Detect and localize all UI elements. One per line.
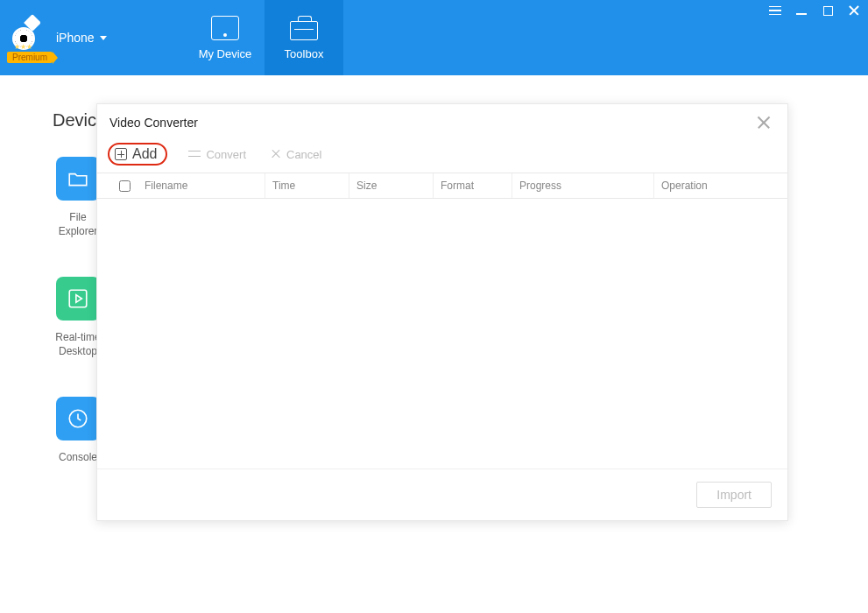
device-selector-label: iPhone bbox=[56, 31, 95, 45]
device-selector[interactable]: iPhone bbox=[56, 31, 107, 45]
brand-area: Premium iPhone bbox=[0, 0, 186, 75]
import-button[interactable]: Import bbox=[696, 482, 772, 508]
tab-label: Toolbox bbox=[285, 47, 324, 60]
modal-title: Video Converter bbox=[109, 116, 198, 130]
video-converter-modal: Video Converter Add Convert Cancel Filen… bbox=[96, 103, 788, 521]
tab-my-device[interactable]: My Device bbox=[186, 0, 265, 75]
toolbox-icon bbox=[290, 21, 318, 40]
convert-icon bbox=[188, 150, 201, 159]
col-filename: Filename bbox=[138, 173, 265, 198]
svg-rect-0 bbox=[69, 290, 87, 307]
modal-footer: Import bbox=[97, 469, 787, 520]
device-icon bbox=[211, 16, 239, 40]
col-operation: Operation bbox=[654, 173, 787, 198]
menu-icon bbox=[769, 6, 781, 16]
cancel-label: Cancel bbox=[286, 148, 321, 161]
folder-icon bbox=[56, 157, 100, 201]
table-body bbox=[97, 199, 787, 469]
modal-titlebar: Video Converter bbox=[97, 104, 787, 141]
maximize-icon bbox=[823, 6, 833, 16]
modal-close-button[interactable] bbox=[756, 115, 772, 130]
table-header: Filename Time Size Format Progress Opera… bbox=[97, 173, 787, 199]
cancel-button[interactable]: Cancel bbox=[267, 146, 325, 163]
tile-label: File Explorer bbox=[59, 211, 98, 238]
menu-button[interactable] bbox=[768, 4, 782, 18]
tile-label: Console bbox=[59, 451, 97, 465]
plus-icon bbox=[115, 148, 127, 160]
cancel-icon bbox=[271, 149, 281, 159]
add-button[interactable]: Add bbox=[108, 143, 167, 166]
minimize-icon bbox=[796, 13, 807, 15]
col-size: Size bbox=[349, 173, 434, 198]
tab-label: My Device bbox=[199, 47, 252, 60]
convert-label: Convert bbox=[206, 148, 246, 161]
window-controls bbox=[768, 4, 861, 18]
console-icon bbox=[56, 397, 100, 440]
minimize-button[interactable] bbox=[794, 4, 808, 18]
tab-toolbox[interactable]: Toolbox bbox=[265, 0, 343, 75]
tile-label: Real-time Desktop bbox=[55, 331, 100, 358]
modal-toolbar: Add Convert Cancel bbox=[97, 141, 787, 173]
col-progress: Progress bbox=[512, 173, 654, 198]
close-icon bbox=[848, 4, 860, 17]
close-button[interactable] bbox=[847, 4, 861, 18]
col-time: Time bbox=[265, 173, 349, 198]
app-header: Premium iPhone My Device Toolbox bbox=[0, 0, 868, 75]
premium-badge: Premium bbox=[7, 52, 53, 63]
nav-tabs: My Device Toolbox bbox=[186, 0, 343, 75]
add-label: Add bbox=[132, 146, 157, 162]
select-all-checkbox[interactable] bbox=[111, 173, 138, 198]
maximize-button[interactable] bbox=[821, 4, 835, 18]
chevron-down-icon bbox=[100, 36, 107, 40]
play-icon bbox=[56, 277, 100, 321]
convert-button[interactable]: Convert bbox=[185, 146, 250, 163]
col-format: Format bbox=[434, 173, 512, 198]
app-logo: Premium bbox=[7, 18, 46, 57]
